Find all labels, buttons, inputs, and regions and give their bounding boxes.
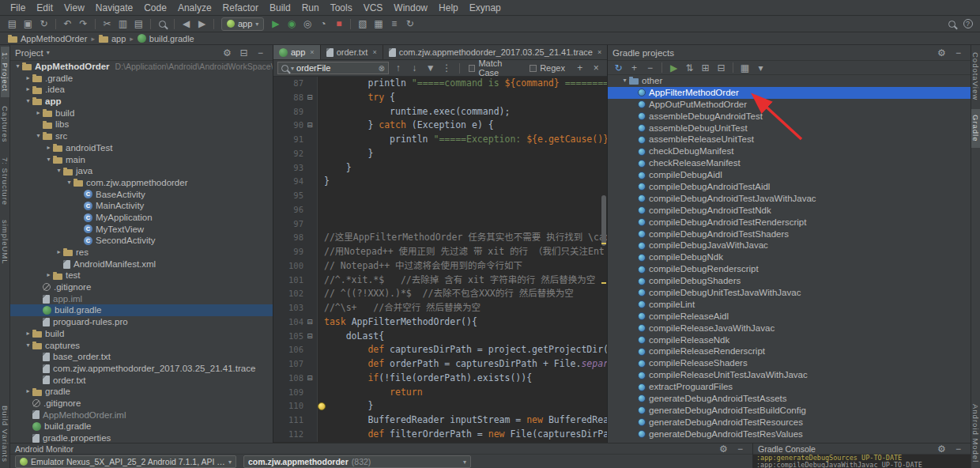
gradle-task-checkreleasemanifest[interactable]: checkReleaseManifest: [608, 157, 971, 169]
collapse-all-icon[interactable]: ⊟: [714, 61, 729, 75]
fold-icon[interactable]: ⊟: [303, 119, 316, 133]
project-tree-item-build[interactable]: ▸ build: [10, 328, 273, 340]
menu-tools[interactable]: Tools: [325, 0, 358, 16]
breadcrumb-item-build-gradle[interactable]: build.gradle: [138, 34, 194, 43]
editor-tab-app[interactable]: app ×: [273, 45, 321, 59]
gradle-task-appoutputmethodorder[interactable]: AppOutPutMethodOrder: [608, 99, 971, 111]
up-icon[interactable]: ↑: [391, 61, 405, 75]
project-tree-item-order-txt[interactable]: order.txt: [10, 375, 273, 387]
collapsed-arrow-icon[interactable]: ▸: [34, 108, 43, 119]
menu-analyze[interactable]: Analyze: [172, 0, 217, 16]
project-tree-item-androidtest[interactable]: ▸ androidTest: [10, 142, 273, 154]
project-tree-item-base-order-txt[interactable]: base_order.txt: [10, 351, 273, 363]
project-tree-item-build-gradle[interactable]: build.gradle: [10, 421, 273, 432]
project-tree-item-captures[interactable]: ▾ captures: [10, 340, 273, 352]
menu-vcs[interactable]: VCS: [358, 0, 389, 16]
project-tree-item-idea[interactable]: ▸ .idea: [10, 84, 273, 96]
gradle-task-assemblereleaseunittest[interactable]: assembleReleaseUnitTest: [608, 134, 971, 145]
code-line-98[interactable]: 98 //这里AppFilterMethodOrder 任务其实也不需要 执行找…: [273, 231, 607, 245]
search-history-arrow-icon[interactable]: ▾: [291, 65, 294, 72]
project-tree-item-gradle-properties[interactable]: gradle.properties: [10, 432, 273, 443]
tool-window-button-codotaview[interactable]: CodotaView: [971, 47, 980, 106]
gradle-task-compiledebugaidl[interactable]: compileDebugAidl: [608, 169, 971, 181]
editor-gutter[interactable]: 97: [273, 217, 318, 232]
gear-icon[interactable]: ⚙: [934, 46, 949, 60]
project-tree-item-res[interactable]: ▸ res: [10, 247, 273, 259]
collapsed-arrow-icon[interactable]: ▸: [24, 386, 32, 398]
code-line-108[interactable]: 108⊟ if(!file(orderPath).exists()){: [273, 372, 607, 386]
editor-gutter[interactable]: 95: [273, 189, 318, 203]
gradle-task-checkdebugmanifest[interactable]: checkDebugManifest: [608, 145, 971, 157]
editor-gutter[interactable]: 109: [273, 386, 318, 400]
tool-window-button-1-project[interactable]: 1: Project: [1, 47, 9, 97]
paste-icon[interactable]: ▤: [131, 17, 146, 31]
code-line-90[interactable]: 90⊟ } catch (Exception e) {: [273, 119, 607, 133]
sdk-icon[interactable]: ▦: [371, 17, 386, 31]
breadcrumb-item-app[interactable]: app: [99, 34, 126, 43]
project-tree-item-libs[interactable]: libs: [10, 119, 273, 130]
editor-gutter[interactable]: 99: [273, 245, 318, 259]
sync-icon[interactable]: ↻: [402, 17, 417, 31]
code-line-96[interactable]: 96: [273, 203, 607, 217]
code-line-88[interactable]: 88⊟ try {: [273, 91, 607, 105]
editor-gutter[interactable]: 94: [273, 175, 318, 189]
editor-gutter[interactable]: 90⊟: [273, 119, 318, 133]
menu-window[interactable]: Window: [388, 0, 433, 16]
gradle-task-compiledebugunittestjavawithjavac[interactable]: compileDebugUnitTestJavaWithJavac: [608, 287, 971, 299]
expanded-arrow-icon[interactable]: ▾: [65, 177, 74, 189]
gradle-task-compilereleaseshaders[interactable]: compileReleaseShaders: [608, 357, 971, 369]
code-line-109[interactable]: 109 return: [273, 386, 607, 400]
editor-gutter[interactable]: 106: [273, 343, 318, 357]
project-tree-item-myapplication[interactable]: C MyApplication: [10, 212, 273, 224]
sync-icon[interactable]: ↻: [36, 17, 51, 31]
project-tree-item-java[interactable]: ▾ java: [10, 165, 273, 177]
code-line-89[interactable]: 89 runtime.exec(command);: [273, 105, 607, 119]
code-editor[interactable]: 87 println "=====command is ${command} =…: [273, 77, 607, 443]
breadcrumb-item-appmethodorder[interactable]: AppMethodOrder: [8, 34, 87, 43]
project-tree-item-gradle[interactable]: ▸ .gradle: [10, 73, 273, 85]
gradle-task-compiledebugshaders[interactable]: compileDebugShaders: [608, 275, 971, 287]
debug-icon[interactable]: ◉: [284, 17, 299, 31]
editor-gutter[interactable]: 102: [273, 287, 318, 301]
fold-icon[interactable]: ⊟: [303, 372, 316, 386]
plus-icon[interactable]: +: [573, 61, 587, 75]
find-option-regex[interactable]: Regex: [530, 63, 565, 73]
project-tree-item-mainactivity[interactable]: C MainActivity: [10, 200, 273, 212]
code-line-87[interactable]: 87 println "=====command is ${command} =…: [273, 77, 607, 91]
checkbox-icon[interactable]: [469, 65, 475, 72]
coverage-icon[interactable]: ◎: [300, 17, 315, 31]
project-tree-item-gradle[interactable]: ▸ gradle: [10, 386, 273, 398]
editor-gutter[interactable]: 87: [273, 77, 318, 91]
project-tree-item-app[interactable]: ▾ app: [10, 96, 273, 108]
attach-icon[interactable]: +: [627, 61, 642, 75]
profile-icon[interactable]: ◔: [315, 17, 330, 31]
close-tab-icon[interactable]: ×: [597, 48, 601, 56]
copy-icon[interactable]: ▥: [115, 17, 130, 31]
collapsed-arrow-icon[interactable]: ▸: [24, 84, 32, 96]
editor-gutter[interactable]: 88⊟: [273, 91, 318, 105]
project-tree-item-mytextview[interactable]: C MyTextView: [10, 224, 273, 236]
redo-icon[interactable]: ↷: [76, 17, 91, 31]
code-line-101[interactable]: 101 //^.*xit.*$ //去除掉 含有 xit 字符串的行 然后替换为…: [273, 274, 607, 288]
gradle-task-generatedebugandroidtestresvalues[interactable]: generateDebugAndroidTestResValues: [608, 428, 971, 440]
close-tab-icon[interactable]: ×: [310, 48, 314, 56]
editor-gutter[interactable]: 92: [273, 147, 318, 161]
gradle-task-compiledebugandroidtestndk[interactable]: compileDebugAndroidTestNdk: [608, 205, 971, 217]
more-icon[interactable]: ⋮: [440, 61, 454, 75]
menu-code[interactable]: Code: [138, 0, 172, 16]
detach-icon[interactable]: −: [643, 61, 658, 75]
menu-view[interactable]: View: [58, 0, 90, 16]
project-tree-item-app-iml[interactable]: app.iml: [10, 293, 273, 305]
project-tree-item-gitignore[interactable]: .gitignore: [10, 281, 273, 293]
collapsed-arrow-icon[interactable]: ▸: [24, 73, 32, 85]
expanded-arrow-icon[interactable]: ▾: [44, 154, 53, 166]
stop-icon[interactable]: ■: [331, 17, 346, 31]
gradle-task-appfiltermethodorder[interactable]: AppFilterMethodOrder: [608, 87, 971, 99]
hide-icon[interactable]: −: [951, 46, 966, 60]
menu-help[interactable]: Help: [433, 0, 464, 16]
editor-gutter[interactable]: 91: [273, 133, 318, 147]
checkbox-icon[interactable]: [530, 65, 537, 72]
collapsed-arrow-icon[interactable]: ▸: [44, 270, 53, 281]
gradle-task-compilelint[interactable]: compileLint: [608, 299, 971, 311]
code-line-111[interactable]: 111 BufferedReader inputStream = new Buf…: [273, 413, 607, 428]
